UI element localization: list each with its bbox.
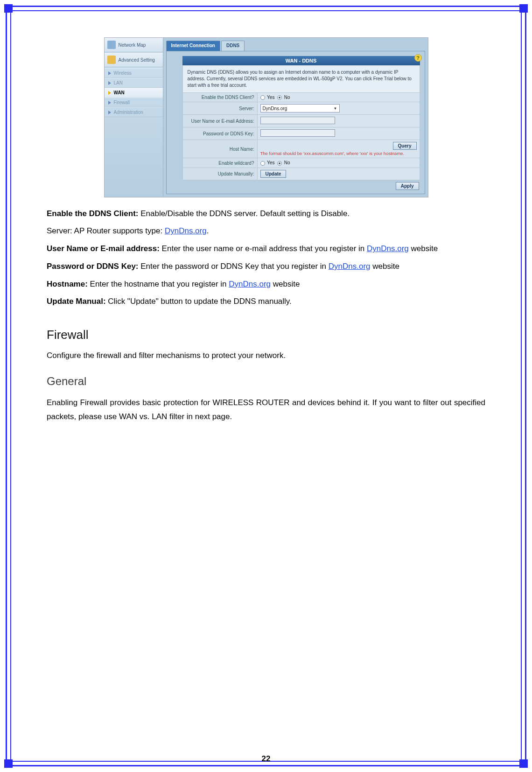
advanced-setting-icon [107,56,116,64]
text: . [207,226,209,235]
panel-title: WAN - DDNS [182,56,420,65]
cell-enable-ddns: Yes No [257,93,420,102]
label-update-manually: Update Manually: [182,168,257,180]
sidebar-list: Wireless LAN WAN Firewall [105,67,163,122]
router-ui-screenshot: Network Map Advanced Setting Wireless LA… [104,37,428,197]
sidebar-item-administration[interactable]: Administration [105,107,163,117]
chevron-right-icon [108,71,111,75]
chevron-right-icon [108,91,111,95]
link-dyndns[interactable]: DynDns.org [229,280,271,288]
bold-label: Update Manual: [47,297,108,306]
para-username: User Name or E-mail address: Enter the u… [47,242,485,256]
label-enable-ddns: Enable the DDNS Client? [182,93,257,102]
text: website [271,280,300,288]
label-password: Password or DDNS Key: [182,127,257,140]
chevron-down-icon: ▼ [334,106,337,111]
cell-hostname: Query The format should be 'xxx.asuscomm… [257,140,420,158]
para-update-manual: Update Manual: Click "Update" button to … [47,295,485,309]
label-hostname: Host Name: [182,140,257,158]
ddns-form: Enable the DDNS Client? Yes No Server: [182,92,420,180]
sidebar-top-label: Network Map [119,42,146,48]
username-input[interactable] [260,117,335,124]
radio-no-label: No [284,95,290,100]
bold-label: Hostname: [47,280,90,288]
cell-server: DynDns.org ▼ [257,102,420,115]
text: Enter the user name or e-mail address th… [162,244,367,253]
main-panel: Internet Connection DDNS ? WAN - DDNS Dy… [163,38,428,197]
sidebar-item-label: Administration [114,110,143,115]
chevron-right-icon [108,81,111,85]
para-server: Server: AP Router supports type: DynDns.… [47,224,485,238]
server-select-value: DynDns.org [263,106,287,111]
sidebar-item-firewall[interactable]: Firewall [105,98,163,107]
password-input[interactable] [260,129,335,137]
hostname-hint: The format should be 'xxx.asuscomm.com',… [260,151,417,156]
text: Server: AP Router supports type: [47,226,165,235]
sidebar-item-label: WAN [114,90,125,95]
radio-yes[interactable] [260,95,265,100]
corner-decoration [519,4,528,13]
chevron-right-icon [108,101,111,105]
sidebar-item-wan[interactable]: WAN [105,88,163,98]
tab-internet-connection[interactable]: Internet Connection [166,41,220,51]
sidebar-top-network-map[interactable]: Network Map [105,38,163,52]
sidebar-top-advanced[interactable]: Advanced Setting [105,52,163,67]
sidebar-item-label: Firewall [114,100,130,105]
server-select[interactable]: DynDns.org ▼ [260,104,340,112]
label-username: User Name or E-mail Address: [182,115,257,127]
para-enable-ddns: Enable the DDNS Client: Enable/Disable t… [47,207,485,221]
corner-decoration [4,4,13,13]
update-button[interactable]: Update [260,170,287,178]
page-number: 22 [0,754,532,764]
text: Click "Update" button to update the DDNS… [108,297,292,306]
cell-wildcard: Yes No [257,158,420,168]
sidebar-item-lan[interactable]: LAN [105,78,163,88]
apply-row: Apply [182,180,420,192]
text: Enter the password or DDNS Key that you … [140,262,329,271]
heading-general: General [47,372,485,391]
tab-bar: Internet Connection DDNS [166,41,425,51]
radio-wildcard-yes[interactable] [260,161,265,166]
para-firewall-desc: Configure the firewall and filter mechan… [47,349,485,363]
tabstrip-spacer [245,41,425,51]
sidebar: Network Map Advanced Setting Wireless LA… [105,38,163,197]
para-hostname: Hostname: Enter the hostname that you re… [47,277,485,291]
sidebar-top-label: Advanced Setting [119,57,155,63]
para-general-desc: Enabling Firewall provides basic protect… [47,396,485,424]
link-dyndns[interactable]: DynDns.org [329,262,371,271]
radio-wildcard-no[interactable] [277,161,282,166]
query-button[interactable]: Query [393,142,417,150]
network-map-icon [107,41,116,49]
radio-no[interactable] [277,95,282,100]
sidebar-item-label: LAN [114,80,123,85]
tab-ddns[interactable]: DDNS [221,41,245,51]
help-icon[interactable]: ? [414,54,422,62]
bold-label: Enable the DDNS Client: [47,209,140,218]
radio-wc-no-label: No [284,160,290,165]
radio-wc-yes-label: Yes [267,160,274,165]
bold-label: Password or DDNS Key: [47,262,140,271]
cell-username [257,115,420,127]
page-content: Network Map Advanced Setting Wireless LA… [47,28,485,744]
label-wildcard: Enable wildcard? [182,158,257,168]
label-server: Server: [182,102,257,115]
chevron-right-icon [108,111,111,114]
sidebar-item-wireless[interactable]: Wireless [105,68,163,78]
cell-update-manually: Update [257,168,420,180]
link-dyndns[interactable]: DynDns.org [367,244,409,253]
para-password: Password or DDNS Key: Enter the password… [47,260,485,274]
link-dyndns[interactable]: DynDns.org [165,226,207,235]
ddns-panel: ? WAN - DDNS Dynamic DNS (DDNS) allows y… [166,51,425,194]
bold-label: User Name or E-mail address: [47,244,162,253]
heading-firewall: Firewall [47,324,485,346]
text: website [371,262,399,271]
sidebar-item-label: Wireless [114,70,132,76]
apply-button[interactable]: Apply [396,182,419,190]
text: Enter the hostname that you register in [90,280,229,288]
panel-description: Dynamic DNS (DDNS) allows you to assign … [182,65,420,92]
radio-yes-label: Yes [267,95,274,100]
text: website [409,244,438,253]
text: Enable/Disable the DDNS server. Default … [140,209,350,218]
document-body: Enable the DDNS Client: Enable/Disable t… [47,207,485,424]
cell-password [257,127,420,140]
